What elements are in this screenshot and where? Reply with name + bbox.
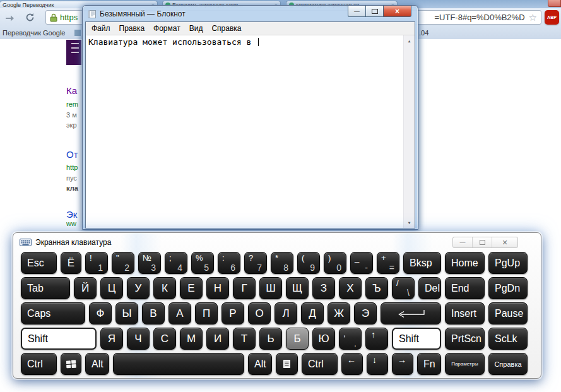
key-alt-right[interactable]: Alt	[248, 353, 272, 375]
key-a[interactable]: А	[168, 302, 191, 324]
key-4[interactable]: ;4	[165, 252, 187, 274]
forward-icon[interactable]	[5, 13, 15, 25]
key-e[interactable]: Э	[354, 302, 377, 324]
key-arrow-right[interactable]: →	[392, 353, 413, 375]
menu-format[interactable]: Формат	[149, 24, 185, 33]
key-dash[interactable]: _-	[350, 252, 373, 274]
key-sclk[interactable]: ScLk	[488, 328, 528, 350]
key-yery[interactable]: Ы	[115, 302, 138, 324]
page-link[interactable]: От	[66, 149, 78, 160]
key-sha[interactable]: Ш	[259, 277, 282, 299]
key-space[interactable]	[113, 353, 244, 375]
key-short-i[interactable]: Й	[74, 277, 97, 299]
key-shcha[interactable]: Щ	[286, 277, 309, 299]
key-6[interactable]: :6	[218, 252, 240, 274]
key-te[interactable]: Т	[233, 328, 256, 350]
key-yu[interactable]: Ю	[312, 328, 335, 350]
key-2[interactable]: "2	[112, 252, 134, 274]
key-home[interactable]: Home	[445, 252, 485, 274]
key-comma[interactable]: ,.	[339, 328, 362, 350]
key-ha[interactable]: Х	[339, 277, 362, 299]
key-el[interactable]: Л	[275, 302, 297, 324]
key-de[interactable]: Д	[301, 302, 324, 324]
close-button[interactable]: ✕	[492, 237, 517, 247]
minimize-button[interactable]: —	[348, 6, 366, 17]
key-arrow-up[interactable]: ↑	[365, 328, 388, 350]
key-help[interactable]: Справка	[488, 353, 528, 375]
key-pgup[interactable]: PgUp	[488, 252, 528, 274]
key-be[interactable]: Б	[286, 328, 309, 350]
notepad-text-area[interactable]: Клавиатура может использоваться в ▲ ▼	[86, 35, 415, 228]
key-ctrl-left[interactable]: Ctrl	[21, 353, 57, 375]
key-5[interactable]: %5	[191, 252, 214, 274]
maximize-button[interactable]	[366, 6, 383, 17]
key-pgdn[interactable]: PgDn	[488, 277, 528, 299]
restore-button[interactable]	[472, 237, 492, 247]
key-i[interactable]: И	[206, 328, 229, 350]
key-er[interactable]: Р	[221, 302, 244, 324]
key-ef[interactable]: Ф	[89, 302, 112, 324]
key-arrow-down[interactable]: ↓	[367, 353, 388, 375]
key-caps[interactable]: Caps	[21, 302, 85, 324]
key-shift-left[interactable]: Shift	[21, 328, 97, 350]
scroll-up-icon[interactable]: ▲	[404, 35, 415, 46]
key-params[interactable]: Параметры	[445, 353, 485, 375]
key-pause[interactable]: Pause	[488, 302, 528, 324]
close-button[interactable]: ×	[383, 6, 411, 17]
page-link[interactable]: Ка	[66, 85, 77, 96]
key-arrow-left[interactable]: ←	[341, 353, 363, 375]
key-7[interactable]: ?7	[244, 252, 267, 274]
key-win[interactable]	[61, 353, 81, 375]
menu-edit[interactable]: Правка	[115, 24, 150, 33]
bookmark-favicon[interactable]	[74, 30, 81, 36]
key-o[interactable]: О	[248, 302, 271, 324]
key-u[interactable]: У	[127, 277, 150, 299]
key-3[interactable]: №3	[138, 252, 161, 274]
key-menu[interactable]	[276, 353, 298, 375]
menu-view[interactable]: Вид	[185, 24, 208, 33]
scroll-down-icon[interactable]: ▼	[404, 217, 415, 228]
key-bksp[interactable]: Bksp	[403, 252, 441, 274]
key-alt-left[interactable]: Alt	[85, 353, 109, 375]
key-es[interactable]: С	[153, 328, 176, 350]
reload-icon[interactable]	[25, 13, 35, 25]
bookmark-item[interactable]: Переводчик Google	[3, 29, 66, 37]
bookmark-star-icon[interactable]: ☆	[529, 13, 537, 22]
key-9[interactable]: (9	[297, 252, 320, 274]
key-hard-sign[interactable]: Ъ	[365, 277, 388, 299]
key-tab[interactable]: Tab	[21, 277, 70, 299]
key-shift-right[interactable]: Shift	[392, 328, 441, 350]
key-zhe[interactable]: Ж	[328, 302, 350, 324]
page-link[interactable]: Эк	[66, 209, 77, 220]
key-slash[interactable]: /\	[392, 277, 415, 299]
key-1[interactable]: !1	[85, 252, 108, 274]
key-che[interactable]: Ч	[127, 328, 150, 350]
key-end[interactable]: End	[445, 277, 485, 299]
notepad-scrollbar[interactable]: ▲ ▼	[403, 35, 415, 228]
key-ze[interactable]: З	[312, 277, 335, 299]
key-ye[interactable]: Е	[180, 277, 203, 299]
key-enter[interactable]	[381, 302, 441, 324]
key-ka[interactable]: К	[153, 277, 176, 299]
key-soft-sign[interactable]: Ь	[259, 328, 282, 350]
key-tse[interactable]: Ц	[100, 277, 123, 299]
key-ge[interactable]: Г	[233, 277, 256, 299]
key-del[interactable]: Del	[418, 277, 441, 299]
browser-close-button[interactable]	[548, 0, 561, 7]
adblock-extension-icon[interactable]: ABP	[545, 10, 559, 25]
key-0[interactable]: )0	[324, 252, 346, 274]
key-prtscn[interactable]: PrtScn	[445, 328, 485, 350]
key-8[interactable]: *8	[271, 252, 293, 274]
key-equals[interactable]: +=	[377, 252, 399, 274]
menu-help[interactable]: Справка	[207, 24, 245, 33]
key-insert[interactable]: Insert	[445, 302, 485, 324]
key-ve[interactable]: В	[142, 302, 165, 324]
menu-file[interactable]: Файл	[87, 24, 115, 33]
key-yo[interactable]: Ё	[61, 252, 81, 274]
key-ctrl-right[interactable]: Ctrl	[302, 353, 338, 375]
key-en[interactable]: Н	[206, 277, 229, 299]
key-ya[interactable]: Я	[100, 328, 123, 350]
key-esc[interactable]: Esc	[21, 252, 57, 274]
key-fn[interactable]: Fn	[417, 353, 441, 375]
key-em[interactable]: М	[180, 328, 203, 350]
